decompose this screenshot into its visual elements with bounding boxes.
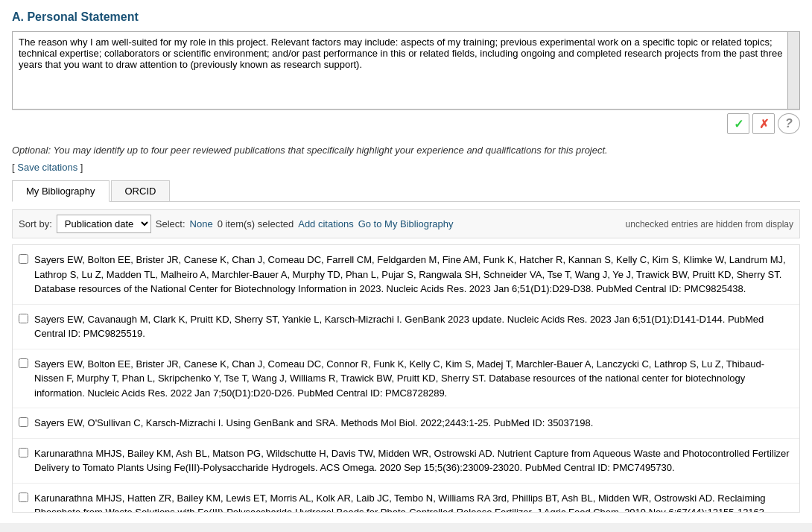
save-citations-suffix: ] xyxy=(77,162,83,173)
citation-item: Sayers EW, O'Sullivan C, Karsch-Mizrachi… xyxy=(13,408,799,439)
add-citations-link[interactable]: Add citations xyxy=(298,218,353,229)
citation-text: Sayers EW, Bolton EE, Brister JR, Canese… xyxy=(34,253,793,297)
cancel-button[interactable]: ✗ xyxy=(752,113,775,134)
select-none-link[interactable]: None xyxy=(190,218,213,229)
toolbar: Sort by: Publication date Author Title S… xyxy=(12,209,800,238)
select-label: Select: xyxy=(156,218,185,229)
sort-label: Sort by: xyxy=(19,218,52,229)
citation-checkbox[interactable] xyxy=(19,358,28,368)
citations-list: Sayers EW, Bolton EE, Brister JR, Canese… xyxy=(12,244,800,513)
item-count: 0 item(s) selected xyxy=(218,218,294,229)
citation-item: Karunarathna MHJS, Hatten ZR, Bailey KM,… xyxy=(13,484,799,513)
tab-orcid[interactable]: ORCID xyxy=(111,180,171,201)
citation-checkbox[interactable] xyxy=(19,448,28,457)
help-button[interactable]: ? xyxy=(778,113,800,134)
tab-my-bibliography[interactable]: My Bibliography xyxy=(12,180,110,202)
citation-item: Sayers EW, Bolton EE, Brister JR, Canese… xyxy=(13,349,799,409)
citation-checkbox[interactable] xyxy=(19,417,28,427)
personal-statement-input[interactable] xyxy=(13,32,799,107)
personal-statement-textarea-wrapper xyxy=(12,31,800,110)
citation-text: Sayers EW, Cavanaugh M, Clark K, Pruitt … xyxy=(34,312,793,341)
section-title: A. Personal Statement xyxy=(12,10,800,24)
textarea-scrollbar xyxy=(787,32,799,109)
citation-checkbox[interactable] xyxy=(19,493,28,502)
tabs-row: My Bibliography ORCID xyxy=(12,180,800,202)
citation-text: Sayers EW, O'Sullivan C, Karsch-Mizrachi… xyxy=(34,416,593,431)
citation-text: Karunarathna MHJS, Hatten ZR, Bailey KM,… xyxy=(34,491,793,513)
citation-checkbox[interactable] xyxy=(19,254,28,264)
sort-select[interactable]: Publication date Author Title xyxy=(57,215,151,233)
save-citations-row: [ Save citations ] xyxy=(12,162,800,173)
citation-item: Sayers EW, Cavanaugh M, Clark K, Pruitt … xyxy=(13,305,799,349)
citation-item: Karunarathna MHJS, Bailey KM, Ash BL, Ma… xyxy=(13,439,799,484)
citation-checkbox[interactable] xyxy=(19,314,28,323)
hidden-note: unchecked entries are hidden from displa… xyxy=(626,219,793,229)
save-citations-link[interactable]: Save citations xyxy=(17,162,77,173)
action-bar: ✓ ✗ ? xyxy=(12,110,800,137)
citation-text: Sayers EW, Bolton EE, Brister JR, Canese… xyxy=(34,357,793,401)
confirm-button[interactable]: ✓ xyxy=(727,113,749,134)
optional-text: Optional: You may identify up to four pe… xyxy=(12,145,800,156)
citation-text: Karunarathna MHJS, Bailey KM, Ash BL, Ma… xyxy=(34,446,793,475)
go-to-bibliography-link[interactable]: Go to My Bibliography xyxy=(358,218,454,229)
citation-item: Sayers EW, Bolton EE, Brister JR, Canese… xyxy=(13,245,799,305)
